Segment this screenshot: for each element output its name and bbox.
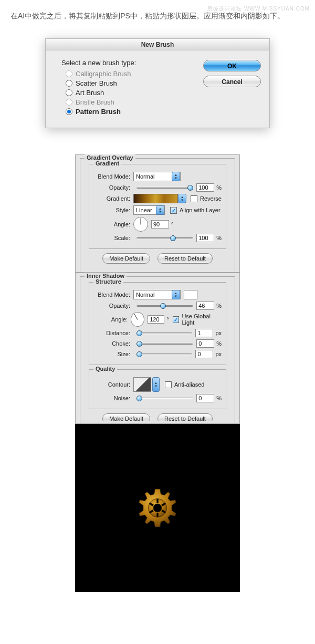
style-dropdown[interactable]: Linear ▲▼ — [133, 205, 165, 215]
radio-icon — [66, 80, 72, 87]
contour-preview[interactable] — [133, 377, 151, 392]
unit-label: px — [215, 330, 222, 336]
noise-label: Noise: — [93, 395, 130, 401]
noise-input[interactable]: 0 — [196, 394, 214, 402]
dropdown-value: Normal — [136, 292, 154, 298]
dialog-title: New Brush — [46, 39, 269, 50]
distance-input[interactable]: 1 — [195, 329, 213, 337]
inner-shadow-panel: Inner Shadow Structure Blend Mode: Norma… — [75, 273, 240, 424]
opacity-label: Opacity: — [93, 303, 130, 309]
size-label: Size: — [93, 351, 130, 357]
cancel-button[interactable]: Cancel — [203, 76, 261, 87]
antialiased-checkbox[interactable] — [165, 381, 172, 388]
angle-label: Angle: — [93, 221, 130, 227]
use-global-light-checkbox[interactable]: ✓ — [173, 316, 179, 323]
radio-pattern[interactable]: Pattern Brush — [66, 108, 203, 116]
gear-icon — [136, 487, 178, 529]
chevron-updown-icon: ▲▼ — [172, 290, 180, 299]
noise-slider[interactable] — [136, 394, 193, 402]
reset-default-button[interactable]: Reset to Default — [158, 253, 213, 264]
scale-input[interactable]: 100 — [196, 234, 214, 242]
dropdown-value: Normal — [136, 173, 154, 180]
quality-section-label: Quality — [93, 366, 117, 372]
radio-label: Bristle Brush — [76, 98, 114, 106]
radio-art[interactable]: Art Brush — [66, 89, 203, 97]
align-layer-checkbox[interactable]: ✓ — [170, 207, 177, 214]
svg-point-1 — [153, 504, 162, 512]
angle-input[interactable]: 90 — [151, 220, 169, 228]
unit-label: ° — [171, 221, 173, 227]
antialiased-label: Anti-aliased — [174, 381, 204, 388]
radio-icon — [66, 99, 72, 106]
watermark-text: 思缘设计论坛 WWW.MISSYUAN.COM — [207, 5, 310, 13]
gradient-label: Gradient: — [93, 195, 130, 202]
blend-mode-label: Blend Mode: — [93, 173, 130, 180]
choke-label: Choke: — [93, 340, 130, 347]
new-brush-dialog: New Brush Select a new brush type: Calli… — [45, 38, 270, 128]
size-slider[interactable] — [136, 350, 192, 358]
make-default-button[interactable]: Make Default — [102, 253, 150, 264]
intro-paragraph: 在AI中做完之后，将其复制粘贴到PS中，粘贴为形状图层。应用渐变和内阴影如下。 — [0, 0, 315, 28]
result-preview — [75, 424, 240, 592]
use-global-light-label: Use Global Light — [182, 313, 222, 326]
chevron-updown-icon: ▲▼ — [178, 194, 186, 203]
contour-label: Contour: — [93, 381, 130, 388]
radio-calligraphic: Calligraphic Brush — [66, 70, 203, 78]
radio-icon — [66, 108, 72, 115]
brush-type-prompt: Select a new brush type: — [61, 59, 203, 67]
dropdown-value: Linear — [136, 207, 152, 213]
blend-mode-dropdown[interactable]: Normal ▲▼ — [133, 172, 181, 181]
choke-slider[interactable] — [136, 340, 193, 347]
style-label: Style: — [93, 207, 130, 213]
angle-dial[interactable] — [133, 217, 148, 232]
opacity-input[interactable]: 100 — [196, 183, 214, 192]
unit-label: % — [216, 303, 222, 309]
unit-label: ° — [166, 316, 169, 323]
radio-icon — [66, 89, 72, 96]
blend-mode-label: Blend Mode: — [93, 292, 130, 298]
scale-label: Scale: — [93, 235, 130, 241]
unit-label: px — [215, 351, 222, 357]
angle-input[interactable]: 120 — [148, 315, 164, 324]
gradient-swatch[interactable]: ▲▼ — [133, 194, 178, 203]
make-default-button[interactable]: Make Default — [102, 413, 150, 421]
unit-label: % — [216, 395, 222, 401]
chevron-updown-icon: ▲▼ — [172, 172, 180, 181]
radio-label: Art Brush — [76, 89, 104, 97]
blend-mode-dropdown[interactable]: Normal ▲▼ — [133, 290, 181, 299]
choke-input[interactable]: 0 — [196, 339, 214, 348]
gradient-section-label: Gradient — [93, 160, 121, 167]
structure-section-label: Structure — [93, 278, 123, 285]
svg-rect-2 — [156, 499, 158, 503]
radio-bristle: Bristle Brush — [66, 98, 203, 106]
distance-slider[interactable] — [136, 329, 192, 337]
opacity-input[interactable]: 46 — [196, 302, 214, 310]
radio-label: Calligraphic Brush — [76, 70, 131, 78]
angle-dial[interactable] — [131, 312, 144, 327]
opacity-slider[interactable] — [136, 184, 193, 191]
svg-rect-5 — [156, 513, 158, 517]
reverse-label: Reverse — [200, 195, 222, 202]
align-layer-label: Align with Layer — [180, 207, 220, 213]
ok-button[interactable]: OK — [203, 60, 261, 71]
radio-label: Scatter Brush — [76, 79, 117, 87]
chevron-updown-icon: ▲▼ — [156, 205, 164, 215]
distance-label: Distance: — [93, 330, 130, 336]
unit-label: % — [216, 184, 222, 191]
radio-scatter[interactable]: Scatter Brush — [66, 79, 203, 87]
scale-slider[interactable] — [136, 234, 193, 242]
shadow-color-swatch[interactable] — [184, 290, 197, 299]
reset-default-button[interactable]: Reset to Default — [158, 413, 213, 421]
radio-icon — [66, 70, 72, 77]
angle-label: Angle: — [93, 316, 128, 323]
size-input[interactable]: 0 — [195, 350, 213, 358]
opacity-slider[interactable] — [136, 302, 193, 309]
opacity-label: Opacity: — [93, 184, 130, 191]
gradient-overlay-panel: Gradient Overlay Gradient Blend Mode: No… — [75, 154, 240, 273]
chevron-updown-icon[interactable]: ▲▼ — [152, 377, 160, 392]
unit-label: % — [216, 235, 222, 241]
radio-label: Pattern Brush — [76, 108, 121, 116]
unit-label: % — [216, 340, 222, 347]
reverse-checkbox[interactable] — [191, 195, 197, 202]
